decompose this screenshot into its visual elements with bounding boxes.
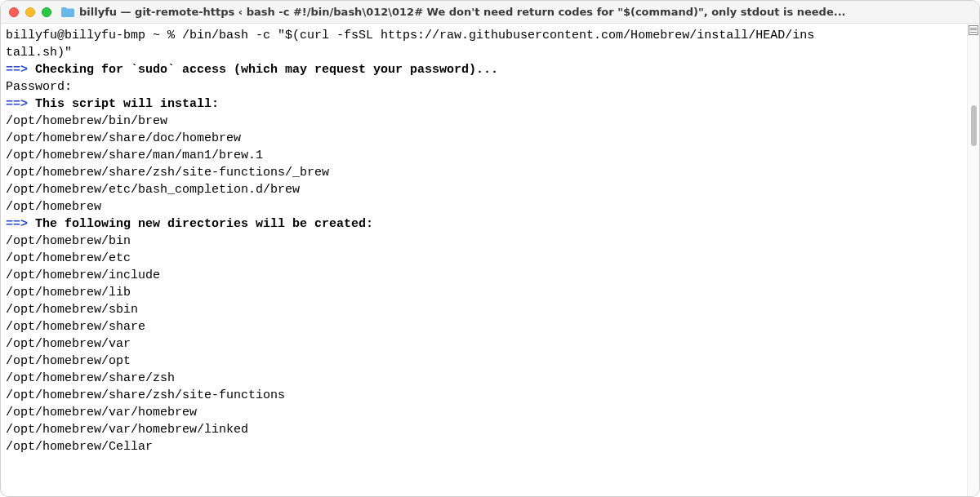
info-arrow: ==> <box>6 63 28 77</box>
dir-path: /opt/homebrew/include <box>6 268 160 282</box>
scrollbar[interactable] <box>967 24 979 496</box>
install-path: /opt/homebrew/etc/bash_completion.d/brew <box>6 183 300 197</box>
dir-path: /opt/homebrew/Cellar <box>6 440 153 454</box>
dir-path: /opt/homebrew/var/homebrew/linked <box>6 423 248 437</box>
dir-path: /opt/homebrew/var/homebrew <box>6 406 197 419</box>
install-path: /opt/homebrew/bin/brew <box>6 114 167 128</box>
window-title: billyfu — git-remote-https ‹ bash -c #!/… <box>79 6 971 18</box>
titlebar: billyfu — git-remote-https ‹ bash -c #!/… <box>1 1 979 24</box>
dir-path: /opt/homebrew/sbin <box>6 303 138 317</box>
scrollbar-icon <box>969 25 978 35</box>
traffic-lights <box>9 7 51 17</box>
dir-path: /opt/homebrew/lib <box>6 286 131 300</box>
dir-path: /opt/homebrew/share <box>6 320 145 334</box>
dir-path: /opt/homebrew/var <box>6 337 131 351</box>
content-wrapper: billyfu@billyfu-bmp ~ % /bin/bash -c "$(… <box>1 24 979 496</box>
dir-path: /opt/homebrew/etc <box>6 251 131 265</box>
prompt-line-cont: tall.sh)" <box>6 46 72 60</box>
maximize-button[interactable] <box>42 7 51 17</box>
install-path: /opt/homebrew/share/doc/homebrew <box>6 131 241 145</box>
password-prompt: Password: <box>6 80 72 94</box>
folder-icon <box>61 7 74 17</box>
terminal-window: billyfu — git-remote-https ‹ bash -c #!/… <box>0 0 980 497</box>
will-install-msg: This script will install: <box>28 97 219 111</box>
terminal-output[interactable]: billyfu@billyfu-bmp ~ % /bin/bash -c "$(… <box>1 24 967 496</box>
scrollbar-thumb[interactable] <box>971 105 977 146</box>
info-arrow: ==> <box>6 97 28 111</box>
new-dirs-msg: The following new directories will be cr… <box>28 217 373 231</box>
info-arrow: ==> <box>6 217 28 231</box>
check-sudo-msg: Checking for `sudo` access (which may re… <box>28 63 498 77</box>
dir-path: /opt/homebrew/opt <box>6 354 131 368</box>
install-path: /opt/homebrew/share/man/man1/brew.1 <box>6 149 263 162</box>
prompt-line: billyfu@billyfu-bmp ~ % /bin/bash -c "$(… <box>6 29 814 42</box>
dir-path: /opt/homebrew/bin <box>6 234 131 248</box>
dir-path: /opt/homebrew/share/zsh <box>6 371 175 385</box>
install-path: /opt/homebrew <box>6 200 101 214</box>
install-path: /opt/homebrew/share/zsh/site-functions/_… <box>6 166 329 180</box>
minimize-button[interactable] <box>25 7 35 17</box>
close-button[interactable] <box>9 7 19 17</box>
dir-path: /opt/homebrew/share/zsh/site-functions <box>6 388 285 402</box>
